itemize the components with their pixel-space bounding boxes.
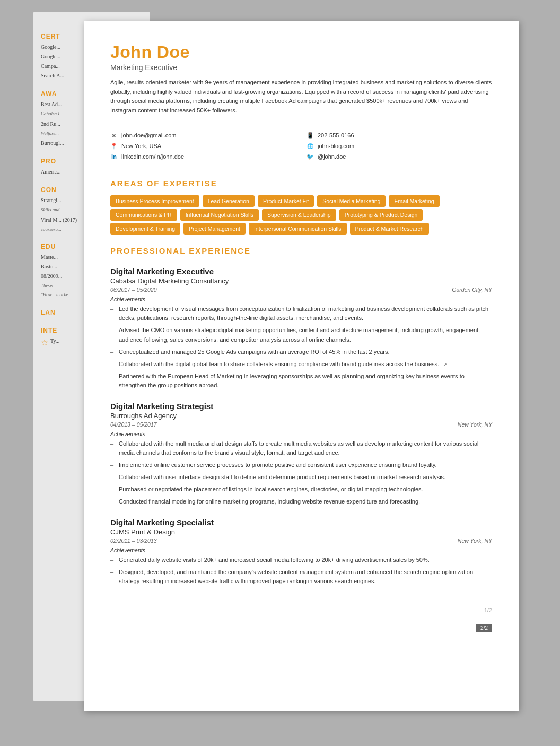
email-icon: ✉	[110, 132, 118, 139]
contact-location: 📍 New York, USA	[110, 142, 296, 150]
job-1-dates: 06/2017 – 05/2020	[110, 287, 157, 293]
expertise-section: AREAS OF EXPERTISE Business Process Impr…	[110, 179, 492, 235]
expertise-tag: Product-Market Fit	[258, 195, 314, 207]
candidate-name: John Doe	[110, 42, 492, 62]
job-2-title: Digital Marketing Strategist	[110, 402, 492, 411]
job-3: Digital Marketing Specialist CJMS Print …	[110, 518, 492, 586]
job-2-company: Burroughs Ad Agency	[110, 412, 492, 420]
expertise-tag: Social Media Marketing	[317, 195, 386, 207]
expertise-title: AREAS OF EXPERTISE	[110, 179, 492, 188]
job-1-title: Digital Marketing Executive	[110, 267, 492, 276]
candidate-summary: Agile, results-oriented marketer with 9+…	[110, 78, 492, 115]
external-link-icon	[443, 362, 448, 367]
contact-website: 🌐 john-blog.com	[307, 142, 492, 150]
achievement-item: Implemented online customer service proc…	[110, 461, 492, 470]
job-2: Digital Marketing Strategist Burroughs A…	[110, 402, 492, 506]
job-2-achievements-label: Achievements	[110, 431, 492, 437]
achievement-item: Conducted financial modeling for online …	[110, 497, 492, 506]
expertise-tag: Development & Training	[110, 223, 180, 235]
expertise-tag: Supervision & Leadership	[262, 209, 336, 221]
achievement-item: Led the development of visual messages f…	[110, 305, 492, 323]
achievement-item: Conceptualized and managed 25 Google Ads…	[110, 348, 492, 357]
job-2-achievement-list: Collaborated with the multimedia and art…	[110, 439, 492, 506]
achievement-item: Partnered with the European Head of Mark…	[110, 372, 492, 390]
contact-twitter: 🐦 @john.doe	[307, 153, 492, 160]
job-3-dates: 02/2011 – 03/2013	[110, 537, 157, 544]
twitter-icon: 🐦	[307, 153, 314, 160]
expertise-tag: Communications & PR	[110, 209, 177, 221]
linkedin-icon: in	[110, 153, 118, 160]
expertise-tags: Business Process ImprovementLead Generat…	[110, 195, 492, 207]
achievement-item: Collaborated with user interface design …	[110, 473, 492, 482]
expertise-tag: Influential Negotiation Skills	[180, 209, 259, 221]
job-1-achievement-list: Led the development of visual messages f…	[110, 305, 492, 389]
job-1-meta: 06/2017 – 05/2020 Garden City, NY	[110, 287, 492, 293]
expertise-tag: Email Marketing	[389, 195, 439, 207]
expertise-tags-row3: Development & TrainingProject Management…	[110, 223, 492, 235]
job-3-company: CJMS Print & Design	[110, 528, 492, 536]
expertise-tag: Project Management	[183, 223, 246, 235]
job-3-achievement-list: Generated daily website visits of 20k+ a…	[110, 556, 492, 586]
expertise-tag: Interpersonal Communication Skills	[249, 223, 347, 235]
achievement-item: Collaborated with the multimedia and art…	[110, 439, 492, 457]
page-number: 1/2	[110, 607, 492, 613]
location-icon: 📍	[110, 142, 118, 150]
page-wrapper: CERT Google... Google... Campa... Search…	[63, 21, 497, 711]
resume-page: John Doe Marketing Executive Agile, resu…	[84, 21, 519, 711]
expertise-tag: Prototyping & Product Design	[339, 209, 423, 221]
experience-title: PROFESSIONAL EXPERIENCE	[110, 246, 492, 255]
expertise-tag: Business Process Improvement	[110, 195, 199, 207]
job-1-location: Garden City, NY	[452, 287, 492, 293]
job-3-meta: 02/2011 – 03/2013 New York, NY	[110, 537, 492, 544]
achievement-item: Purchased or negotiated the placement of…	[110, 485, 492, 494]
contact-linkedin: in linkedin.com/in/john.doe	[110, 153, 296, 160]
bottom-page-indicator: 2/2	[110, 624, 492, 632]
expertise-tags-row2: Communications & PRInfluential Negotiati…	[110, 209, 492, 221]
job-3-location: New York, NY	[458, 537, 492, 544]
achievement-item: Collaborated with the digital global tea…	[110, 360, 492, 369]
contact-phone: 📱 202-555-0166	[307, 132, 492, 139]
job-3-title: Digital Marketing Specialist	[110, 518, 492, 527]
job-2-dates: 04/2013 – 05/2017	[110, 421, 157, 428]
job-1-company: Cabalsa Digital Marketing Consultancy	[110, 277, 492, 285]
website-icon: 🌐	[307, 142, 314, 150]
phone-icon: 📱	[307, 132, 314, 139]
job-2-meta: 04/2013 – 05/2017 New York, NY	[110, 421, 492, 428]
achievement-item: Generated daily website visits of 20k+ a…	[110, 556, 492, 565]
expertise-tag: Product & Market Research	[350, 223, 429, 235]
job-2-location: New York, NY	[458, 421, 492, 428]
page-indicator-box: 2/2	[476, 624, 492, 632]
job-1-achievements-label: Achievements	[110, 296, 492, 302]
job-1: Digital Marketing Executive Cabalsa Digi…	[110, 267, 492, 389]
contact-email: ✉ john.doe@gmail.com	[110, 132, 296, 139]
experience-section: PROFESSIONAL EXPERIENCE Digital Marketin…	[110, 246, 492, 586]
achievement-item: Advised the CMO on various strategic dig…	[110, 326, 492, 344]
achievement-item: Designed, developed, and maintained the …	[110, 568, 492, 586]
expertise-tag: Lead Generation	[203, 195, 255, 207]
resume-header: John Doe Marketing Executive Agile, resu…	[110, 42, 492, 115]
contact-grid: ✉ john.doe@gmail.com 📱 202-555-0166 📍 Ne…	[110, 125, 492, 167]
candidate-title: Marketing Executive	[110, 63, 492, 72]
job-3-achievements-label: Achievements	[110, 547, 492, 553]
